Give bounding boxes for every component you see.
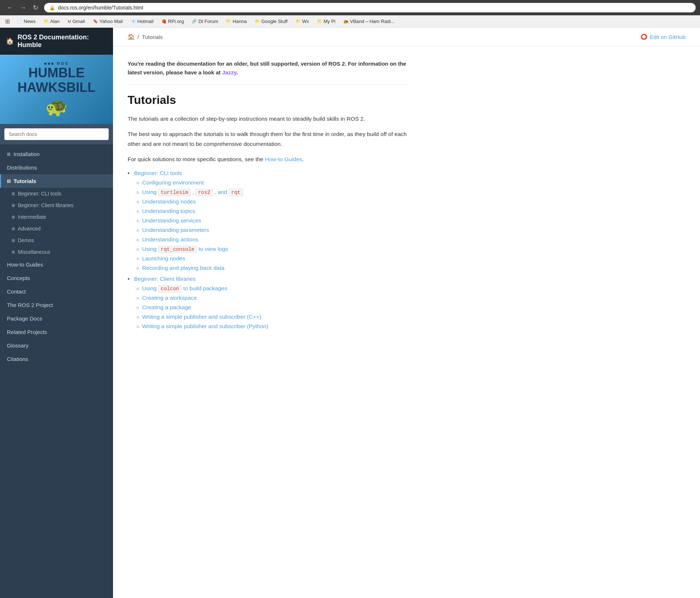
understanding-nodes-link[interactable]: Understanding nodes	[142, 198, 196, 205]
hotmail-icon: 📧	[131, 19, 136, 24]
sidebar-item-advanced[interactable]: ⊞ Advanced	[0, 223, 113, 234]
understanding-services-link[interactable]: Understanding services	[142, 217, 201, 224]
recording-data-link[interactable]: Recording and playing back data	[142, 265, 225, 271]
sidebar-item-miscellaneous[interactable]: ⊞ Miscellaneous	[0, 246, 113, 258]
vband-icon: 📻	[343, 19, 349, 24]
sidebar-item-ros2-project[interactable]: The ROS 2 Project	[0, 298, 113, 312]
using-rqt-console-link[interactable]: Using rqt_console to view logs	[142, 246, 228, 252]
sidebar-item-concepts[interactable]: Concepts	[0, 271, 113, 285]
contact-label: Contact	[7, 288, 26, 295]
bookmark-rpi[interactable]: 🍓 RPi.org	[159, 18, 187, 25]
bookmark-di-forum[interactable]: 🔗 DI Forum	[189, 18, 221, 25]
notice-end: .	[236, 69, 238, 75]
sidebar-item-beginner-client[interactable]: ⊞ Beginner: Client libraries	[0, 199, 113, 211]
search-input[interactable]	[4, 128, 109, 140]
advanced-expand-icon: ⊞	[12, 226, 15, 231]
sidebar-item-tutorials[interactable]: ⊟ Tutorials	[0, 174, 113, 188]
using-colcon-link[interactable]: Using colcon to build packages	[142, 285, 227, 292]
url-input[interactable]	[58, 5, 691, 11]
hanna-icon: 📁	[226, 19, 231, 24]
yahoo-icon: 🔖	[93, 19, 98, 24]
concepts-label: Concepts	[7, 275, 30, 281]
bookmark-gmail[interactable]: M Gmail	[65, 18, 88, 25]
creating-workspace-link[interactable]: Creating a workspace	[142, 295, 197, 301]
bookmark-wx[interactable]: 📁 Wx	[293, 18, 312, 25]
sidebar-item-contact[interactable]: Contact	[0, 285, 113, 298]
gmail-icon: M	[68, 19, 71, 24]
list-item-beginner-client: Beginner: Client libraries Using colcon …	[128, 276, 412, 330]
understanding-params-link[interactable]: Understanding parameters	[142, 227, 209, 233]
list-item-recording-data: Recording and playing back data	[136, 265, 412, 271]
understanding-actions-link[interactable]: Understanding actions	[142, 236, 198, 243]
forward-button[interactable]: →	[18, 3, 28, 12]
beginner-cli-link[interactable]: Beginner: CLI tools	[134, 170, 182, 176]
bookmarks-bar: ⊞ 📄 News 📁 Alan M Gmail 🔖 Yahoo Mail 📧 H…	[0, 15, 700, 28]
address-bar[interactable]: 🔒	[44, 3, 696, 12]
package-docs-label: Package Docs	[7, 315, 42, 322]
how-to-guides-link[interactable]: How-to Guides	[265, 156, 303, 162]
reload-button[interactable]: ↻	[31, 3, 40, 12]
sidebar-item-glossary[interactable]: Glossary	[0, 339, 113, 352]
sidebar-item-distributions[interactable]: Distributions	[0, 161, 113, 174]
page-title: Tutorials	[128, 93, 412, 107]
edit-github-link[interactable]: ⭕ Edit on GitHub	[641, 34, 685, 40]
beginner-client-sublist: Using colcon to build packages Creating …	[136, 285, 412, 330]
bookmark-my-pi[interactable]: 📁 My Pi	[314, 18, 339, 25]
notice-box: You're reading the documentation for an …	[128, 55, 412, 85]
sidebar-item-package-docs[interactable]: Package Docs	[0, 312, 113, 325]
simple-pub-sub-cpp-link[interactable]: Writing a simple publisher and subscribe…	[142, 314, 261, 320]
bookmark-hanna[interactable]: 📁 Hanna	[223, 18, 249, 25]
di-forum-icon: 🔗	[192, 19, 197, 24]
breadcrumb-current: Tutorials	[142, 34, 163, 40]
rpi-icon: 🍓	[162, 19, 167, 24]
citations-label: Citations	[7, 356, 28, 362]
jazzy-link[interactable]: Jazzy	[222, 69, 236, 75]
advanced-label: Advanced	[18, 226, 40, 232]
sidebar-item-citations[interactable]: Citations	[0, 352, 113, 366]
sidebar-item-related-projects[interactable]: Related Projects	[0, 325, 113, 339]
bookmark-news[interactable]: 📄 News	[14, 18, 39, 25]
bookmark-hotmail[interactable]: 📧 Hotmail	[128, 18, 156, 25]
bookmark-google-stuff-label: Google Stuff	[261, 19, 288, 24]
breadcrumb-home[interactable]: 🏠	[128, 34, 135, 40]
sidebar-item-demos[interactable]: ⊞ Demos	[0, 234, 113, 246]
beginner-client-link[interactable]: Beginner: Client libraries	[134, 276, 196, 282]
creating-package-link[interactable]: Creating a package	[142, 304, 191, 311]
installation-label: Installation	[13, 151, 40, 157]
sidebar-nav: ⊞ Installation Distributions ⊟ Tutorials…	[0, 144, 113, 598]
bookmark-rpi-label: RPi.org	[168, 19, 184, 24]
beginner-cli-label: Beginner: CLI tools	[18, 191, 61, 197]
launching-nodes-link[interactable]: Launching nodes	[142, 255, 185, 262]
bookmark-alan[interactable]: 📁 Alan	[41, 18, 63, 25]
demos-label: Demos	[18, 237, 34, 243]
content-body: You're reading the documentation for an …	[113, 46, 427, 350]
understanding-topics-link[interactable]: Understanding topics	[142, 208, 195, 214]
bookmark-my-pi-label: My Pi	[324, 19, 336, 24]
bookmark-google-stuff[interactable]: 📁 Google Stuff	[252, 18, 291, 25]
colcon-prefix: Using	[142, 285, 157, 291]
simple-pub-sub-py-link[interactable]: Writing a simple publisher and subscribe…	[142, 323, 268, 330]
list-item-simple-pub-sub-cpp: Writing a simple publisher and subscribe…	[136, 314, 412, 320]
miscellaneous-expand-icon: ⊞	[12, 250, 15, 255]
sidebar-item-intermediate[interactable]: ⊞ Intermediate	[0, 211, 113, 223]
bookmark-news-label: News	[24, 19, 36, 24]
sidebar-item-how-to-guides[interactable]: How-to Guides	[0, 258, 113, 271]
beginner-client-label: Beginner: Client libraries	[18, 202, 74, 208]
intro-paragraph-3: For quick solutions to more specific que…	[128, 155, 412, 164]
bookmark-vband-label: VBand – Ham Radi...	[350, 19, 394, 24]
sidebar-header: 🏠 ROS 2 Documentation: Humble	[0, 28, 113, 55]
bookmark-vband[interactable]: 📻 VBand – Ham Radi...	[341, 18, 397, 25]
sidebar-item-installation[interactable]: ⊞ Installation	[0, 147, 113, 161]
sidebar-item-beginner-cli[interactable]: ⊞ Beginner: CLI tools	[0, 188, 113, 199]
glossary-label: Glossary	[7, 342, 28, 349]
back-button[interactable]: ←	[4, 3, 15, 12]
tutorials-label: Tutorials	[13, 178, 36, 184]
beginner-cli-expand-icon: ⊞	[12, 191, 15, 196]
sidebar-title: ROS 2 Documentation: Humble	[18, 34, 107, 49]
apps-button[interactable]: ⊞	[3, 17, 12, 26]
configuring-env-link[interactable]: Configuring environment	[142, 179, 204, 186]
intermediate-label: Intermediate	[18, 214, 46, 220]
using-turtlesim-link[interactable]: Using turtlesim , ros2 , and rqt	[142, 189, 243, 195]
bookmark-yahoo-mail[interactable]: 🔖 Yahoo Mail	[90, 18, 126, 25]
bookmark-alan-label: Alan	[50, 19, 60, 24]
